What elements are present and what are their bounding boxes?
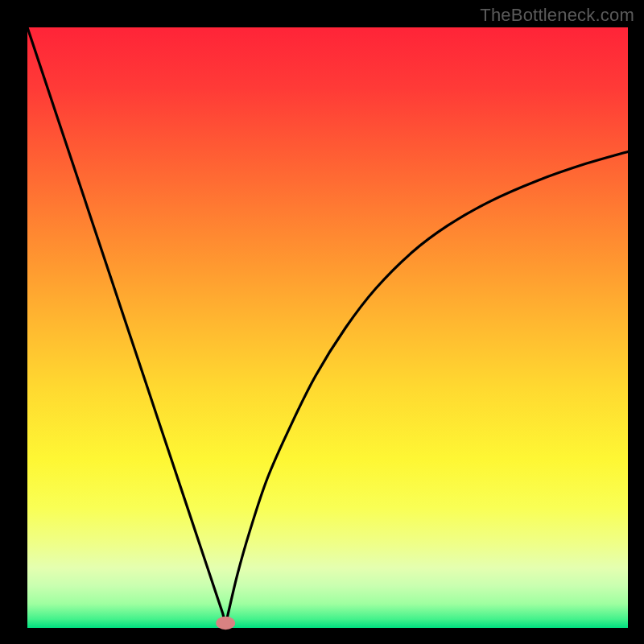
gradient-background xyxy=(27,27,628,628)
chart-svg xyxy=(0,0,644,644)
chart-container: TheBottleneck.com xyxy=(0,0,644,644)
minimum-marker xyxy=(216,617,235,630)
watermark-text: TheBottleneck.com xyxy=(480,5,634,26)
